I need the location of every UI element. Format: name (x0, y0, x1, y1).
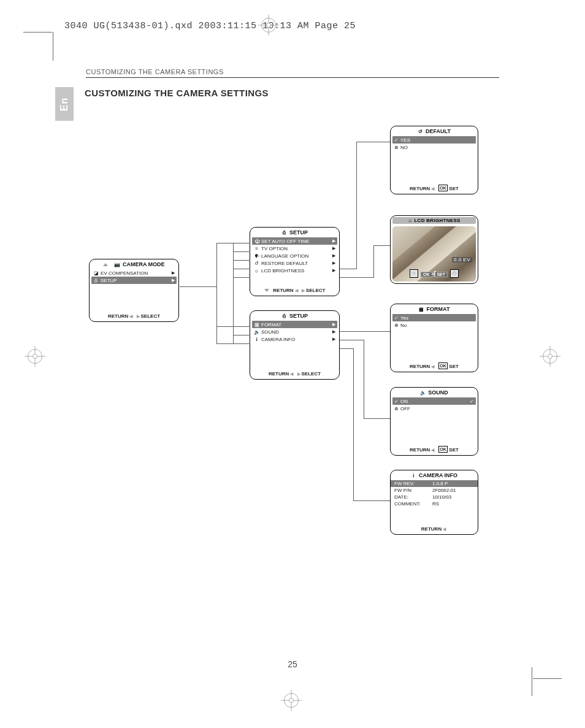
connector-line (373, 245, 374, 278)
chevron-right-icon: ▶ (332, 261, 335, 266)
menu-item-tv-option[interactable]: ≡TV OPTION▶ (252, 245, 337, 252)
option-label: No (400, 323, 407, 328)
panel-title: LCD BRIGHTNESS (414, 218, 460, 223)
return-label: RETURN (410, 447, 430, 453)
menu-label: FORMAT (261, 322, 281, 328)
return-label: RETURN (410, 364, 430, 369)
registration-target-icon (540, 346, 560, 367)
left-arrow-icon: ◀ (295, 288, 298, 293)
registration-target-icon (281, 690, 302, 711)
plus-button[interactable]: + (450, 269, 459, 278)
set-button[interactable]: SET (434, 272, 448, 277)
ev-value: 0.0 EV (452, 257, 472, 262)
panel-title: SETUP (289, 313, 308, 319)
connector-line (340, 331, 390, 332)
select-label: SELECT (306, 288, 326, 293)
menu-item-auto-off[interactable]: ⏻SET AUTO OFF TIME▶ (252, 237, 337, 245)
connector-line (216, 243, 217, 343)
ok-button[interactable]: OK (421, 272, 432, 277)
option-label: YES (400, 137, 410, 143)
minus-button[interactable]: − (410, 269, 418, 278)
panel-title: FORMAT (427, 306, 450, 312)
panel-footer: RETURN◀ OKSET (391, 185, 478, 191)
menu-label: LANGUAGE OPTION (261, 253, 308, 259)
speech-icon: 🗣 (254, 253, 259, 259)
ok-set-bar: OK SET (421, 272, 448, 277)
chevron-right-icon: ▶ (172, 270, 175, 275)
x-icon: ⊗ (394, 406, 399, 412)
page-title: CUSTOMIZING THE CAMERA SETTINGS (85, 88, 269, 98)
connector-line (233, 269, 250, 269)
panel-footer: RETURN◀ (391, 526, 478, 532)
menu-item-sound[interactable]: 🔈SOUND▶ (252, 328, 337, 335)
page-number: 25 (0, 659, 585, 669)
panel-footer: RETURN◀ ▶SELECT (90, 313, 178, 319)
menu-item-language[interactable]: 🗣LANGUAGE OPTION▶ (252, 252, 337, 259)
check-icon: ✓ (394, 399, 399, 404)
info-icon: i (411, 473, 416, 478)
option-no[interactable]: ⊗No (392, 321, 476, 329)
panel-title: CAMERA INFO (419, 472, 457, 478)
default-panel: ↺ DEFAULT ✓YES ⊗NO RETURN◀ OKSET (390, 126, 478, 194)
connector-line (340, 277, 373, 278)
menu-item-camera-info[interactable]: iCAMERA INFO▶ (252, 335, 337, 343)
left-arrow-icon: ◀ (431, 448, 434, 452)
panel-header: i CAMERA INFO (391, 470, 478, 480)
language-label: En (59, 97, 70, 110)
menu-label: SOUND (261, 329, 279, 335)
camera-info-panel: i CAMERA INFO FW REV:1.0.8 P FW P/N2F006… (390, 470, 478, 535)
connector-line (364, 340, 364, 418)
registration-target-icon (25, 346, 45, 367)
right-arrow-icon: ▶ (302, 288, 305, 293)
ok-box-icon: OK (438, 362, 448, 369)
setup-panel-2: ⎙ SETUP ▦FORMAT▶ 🔈SOUND▶ iCAMERA INFO▶ R… (250, 310, 340, 380)
option-yes[interactable]: ✓YES (392, 136, 476, 144)
select-label: SELECT (302, 371, 321, 377)
left-arrow-icon: ◀ (290, 372, 293, 376)
connector-line (356, 142, 390, 142)
menu-item-format[interactable]: ▦FORMAT▶ (252, 321, 337, 328)
left-arrow-icon: ◀ (443, 527, 446, 531)
info-row-comment: COMMENT:RS (394, 500, 474, 507)
info-value: RS (432, 501, 439, 507)
connector-line (233, 260, 250, 261)
option-list: ✓YES ⊗NO (391, 136, 478, 151)
return-label: RETURN (269, 371, 289, 377)
check-icon: ✓ (394, 315, 399, 321)
panel-title: SETUP (289, 229, 308, 236)
chevron-right-icon: ▶ (332, 268, 335, 273)
chevron-right-icon: ▶ (332, 246, 335, 251)
lcd-brightness-panel: ☼ LCD BRIGHTNESS 0.0 EV − + OK SET (390, 215, 478, 284)
ok-box-icon: OK (438, 446, 448, 453)
left-arrow-icon: ◀ (431, 186, 434, 191)
option-no[interactable]: ⊗NO (392, 144, 476, 151)
chevron-right-icon: ▶ (332, 329, 335, 334)
option-on[interactable]: ✓ON✓ (392, 397, 476, 405)
menu-item-restore-default[interactable]: ↺RESTORE DEFAULT▶ (252, 259, 337, 267)
return-label: RETURN (410, 186, 430, 191)
panel-header: ▦ FORMAT (391, 304, 478, 313)
registration-target-icon (258, 15, 279, 36)
option-off[interactable]: ⊗OFF (392, 405, 476, 412)
connector-line (233, 243, 234, 343)
sound-icon: 🔈 (254, 329, 259, 335)
brightness-icon: ☼ (254, 268, 259, 274)
menu-item-setup[interactable]: ⎙SETUP ▶ (91, 277, 177, 284)
panel-header: ☼ LCD BRIGHTNESS (392, 217, 476, 224)
info-row-fw-rev: FW REV:1.0.8 P (391, 480, 478, 487)
option-yes[interactable]: ✓Yes (392, 314, 476, 321)
chevron-right-icon: ▶ (332, 253, 335, 258)
menu-label: TV OPTION (261, 246, 288, 251)
panel-header: 🔈 SOUND (391, 388, 478, 397)
menu-label: EV COMPENSATION (101, 270, 148, 276)
panel-footer: RETURN◀ ▶SELECT (250, 288, 339, 293)
connector-line (216, 243, 250, 243)
list-icon: ≡ (254, 246, 259, 251)
left-arrow-icon: ◀ (431, 364, 434, 369)
format-panel: ▦ FORMAT ✓Yes ⊗No RETURN◀ OKSET (390, 304, 478, 372)
panel-title: SOUND (428, 389, 448, 396)
setup-icon: ⎙ (93, 278, 99, 283)
menu-item-lcd-brightness[interactable]: ☼LCD BRIGHTNESS▶ (252, 267, 337, 274)
menu-item-ev-compensation[interactable]: ◪EV COMPENSATION ▶ (91, 269, 177, 277)
print-header: 3040 UG(513438-01).qxd 2003:11:15 10:13 … (64, 21, 356, 31)
